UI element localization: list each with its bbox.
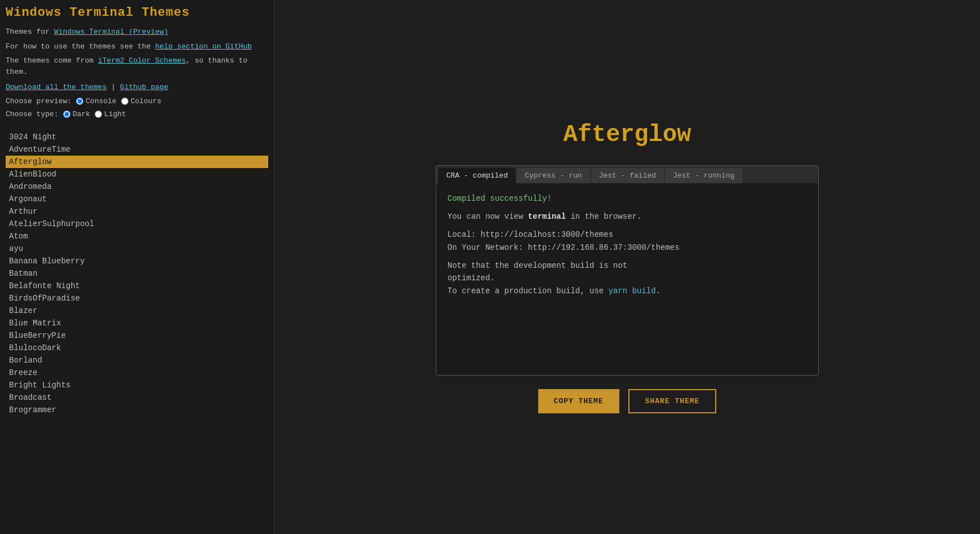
theme-item[interactable]: Arthur [6,205,268,218]
theme-item[interactable]: Blue Matrix [6,317,268,329]
credit-text: The themes come from iTerm2 Color Scheme… [6,55,268,77]
console-radio[interactable] [76,98,83,105]
dark-radio[interactable] [63,111,70,118]
buttons-row: COPY THEME SHARE THEME [538,389,717,413]
terminal-tab[interactable]: CRA - compiled [438,168,516,183]
dark-label: Dark [73,110,90,118]
theme-item[interactable]: Blazer [6,304,268,317]
terminal-note2: optimized. [447,272,807,284]
github-help-link[interactable]: help section on GitHub [155,42,252,51]
theme-item[interactable]: BirdsOfParadise [6,292,268,304]
colours-radio-label[interactable]: Colours [121,97,162,105]
theme-item[interactable]: AlienBlood [6,168,268,180]
download-link[interactable]: Download all the themes [6,83,107,91]
terminal-success-line: Compiled successfully! [447,192,807,205]
theme-item[interactable]: BlueBerryPie [6,329,268,342]
terminal-tab[interactable]: Cypress - run [517,168,589,183]
intro-text: Themes for Windows Terminal (Preview) [6,27,268,38]
theme-item[interactable]: ayu [6,242,268,255]
theme-item[interactable]: Breeze [6,367,268,379]
console-label: Console [86,97,117,105]
copy-theme-button[interactable]: COPY THEME [538,389,619,413]
theme-item[interactable]: Borland [6,354,268,367]
theme-item[interactable]: AdventureTime [6,143,268,156]
links-row: Download all the themes | Github page [6,83,268,91]
type-option-row: Choose type: Dark Light [6,110,268,118]
howto-text: For how to use the themes see the help s… [6,41,268,52]
terminal-preview: CRA - compiledCypress - runJest - failed… [436,165,819,376]
theme-item[interactable]: Belafonte Night [6,280,268,292]
terminal-body: Compiled successfully! You can now view … [436,183,818,375]
theme-item[interactable]: 3024 Night [6,131,268,143]
page-title: Windows Terminal Themes [6,6,268,20]
share-theme-button[interactable]: SHARE THEME [628,389,717,413]
theme-item[interactable]: AtelierSulphurpool [6,218,268,230]
iterm2-link[interactable]: iTerm2 Color Schemes [98,56,186,65]
light-radio[interactable] [95,111,102,118]
theme-item[interactable]: BlulocoDark [6,342,268,354]
light-label: Light [104,110,126,118]
terminal-tab[interactable]: Jest - failed [591,168,664,183]
theme-item[interactable]: Brogrammer [6,404,268,416]
theme-preview-title: Afterglow [564,121,691,148]
light-radio-label[interactable]: Light [95,110,126,118]
preview-option-row: Choose preview: Console Colours [6,97,268,105]
terminal-network: On Your Network: http://192.168.86.37:30… [447,241,807,254]
terminal-tab[interactable]: Jest - running [665,168,742,183]
theme-item[interactable]: Atom [6,230,268,242]
theme-item[interactable]: Bright Lights [6,379,268,391]
windows-terminal-link[interactable]: Windows Terminal (Preview) [54,28,168,36]
terminal-note3: To create a production build, use yarn b… [447,285,807,297]
theme-item[interactable]: Banana Blueberry [6,255,268,267]
github-page-link[interactable]: Github page [120,83,168,91]
terminal-local: Local: http://localhost:3000/themes [447,228,807,241]
theme-item[interactable]: Broadcast [6,391,268,404]
theme-item[interactable]: Batman [6,267,268,280]
choose-preview-label: Choose preview: [6,97,72,105]
console-radio-label[interactable]: Console [76,97,117,105]
colours-label: Colours [131,97,162,105]
theme-list: 3024 NightAdventureTimeAfterglowAlienBlo… [6,131,268,416]
theme-item[interactable]: Andromeda [6,180,268,193]
sidebar: Windows Terminal Themes Themes for Windo… [0,0,274,534]
terminal-note1: Note that the development build is not [447,259,807,272]
colours-radio[interactable] [121,98,128,105]
terminal-line1: You can now view terminal in the browser… [447,210,807,223]
dark-radio-label[interactable]: Dark [63,110,90,118]
terminal-tabs: CRA - compiledCypress - runJest - failed… [436,166,818,183]
main-content: Afterglow CRA - compiledCypress - runJes… [274,0,980,534]
theme-item[interactable]: Afterglow [6,156,268,168]
theme-item[interactable]: Argonaut [6,193,268,205]
choose-type-label: Choose type: [6,110,59,118]
